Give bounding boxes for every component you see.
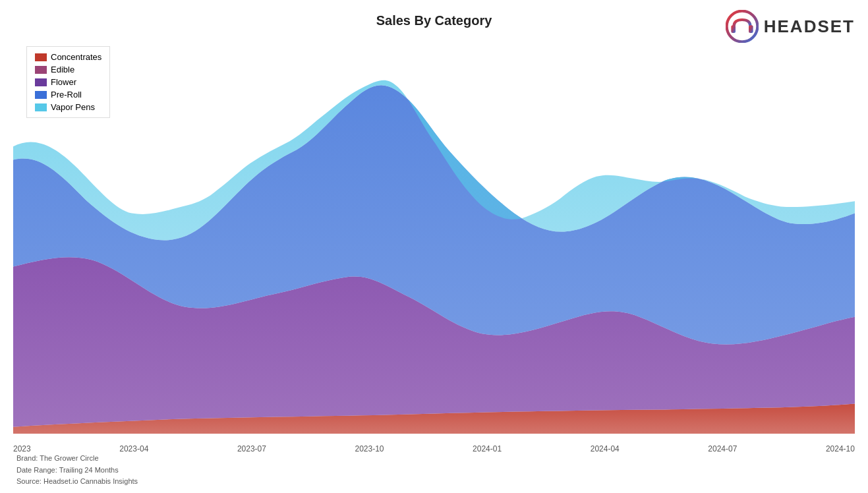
legend-color-concentrates <box>35 53 47 61</box>
svg-rect-1 <box>731 25 736 33</box>
legend-label-vaporpens: Vapor Pens <box>51 102 95 112</box>
legend-color-vaporpens <box>35 103 47 111</box>
legend-item-concentrates: Concentrates <box>35 52 101 62</box>
x-label-4: 2024-01 <box>473 444 502 453</box>
date-range-value: Trailing 24 Months <box>59 466 119 474</box>
x-label-6: 2024-07 <box>708 444 737 453</box>
headset-logo: HEADSET <box>726 10 855 43</box>
brand-value: The Grower Circle <box>40 454 98 462</box>
legend-item-flower: Flower <box>35 77 101 87</box>
legend-label-edible: Edible <box>51 65 74 74</box>
x-label-0: 2023 <box>13 444 31 453</box>
x-label-3: 2023-10 <box>355 444 384 453</box>
legend-item-preroll: Pre-Roll <box>35 90 101 100</box>
legend-color-preroll <box>35 91 47 99</box>
chart-svg-area <box>13 40 855 434</box>
x-label-1: 2023-04 <box>119 444 148 453</box>
source-label: Source: <box>16 477 42 485</box>
x-label-2: 2023-07 <box>237 444 266 453</box>
svg-rect-2 <box>749 25 753 33</box>
chart-container: Sales By Category HEADSET Concentrates <box>0 0 868 493</box>
legend-label-flower: Flower <box>51 77 76 87</box>
x-label-5: 2024-04 <box>591 444 620 453</box>
brand-label: Brand: <box>16 454 38 462</box>
legend-item-edible: Edible <box>35 65 101 74</box>
x-label-7: 2024-10 <box>826 444 855 453</box>
source-value: Headset.io Cannabis Insights <box>43 477 138 485</box>
legend-color-flower <box>35 78 47 86</box>
footer-info: Brand: The Grower Circle Date Range: Tra… <box>16 453 138 488</box>
headset-logo-icon <box>726 10 759 43</box>
x-axis-labels: 2023 2023-04 2023-07 2023-10 2024-01 202… <box>13 444 855 453</box>
legend-color-edible <box>35 66 47 74</box>
legend-item-vaporpens: Vapor Pens <box>35 102 101 112</box>
logo-text: HEADSET <box>764 16 855 37</box>
chart-legend: Concentrates Edible Flower Pre-Roll Vapo… <box>26 46 110 118</box>
date-range-label: Date Range: <box>16 466 57 474</box>
legend-label-preroll: Pre-Roll <box>51 90 82 100</box>
legend-label-concentrates: Concentrates <box>51 52 101 62</box>
chart-svg <box>13 40 855 434</box>
